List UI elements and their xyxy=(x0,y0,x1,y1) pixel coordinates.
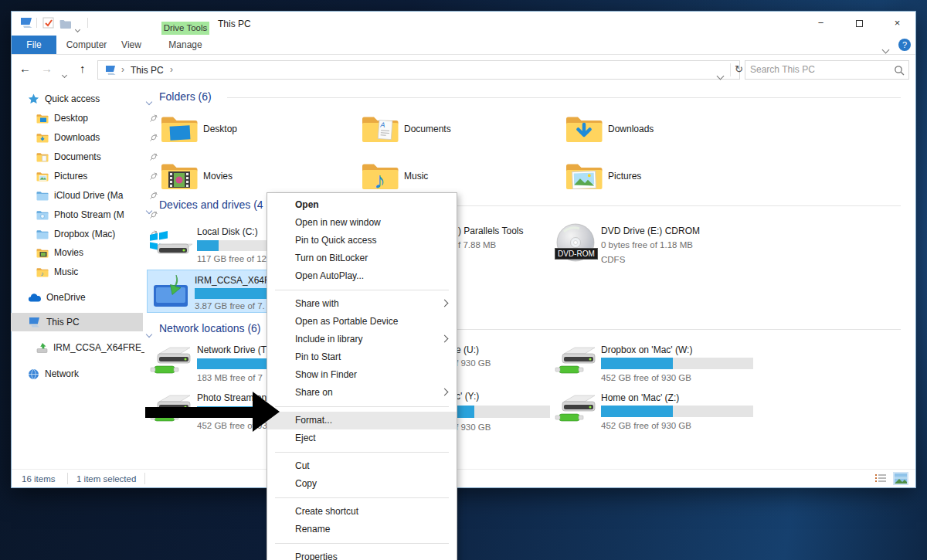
search-icon[interactable] xyxy=(894,65,905,79)
folders-group-chevron-icon[interactable] xyxy=(147,93,151,107)
search-input[interactable] xyxy=(745,61,877,78)
network-u-drive-name-fragment[interactable]: e (U:) xyxy=(456,344,479,355)
network-tile-home-z[interactable]: Home on 'Mac' (Z:) 452 GB free of 930 GB xyxy=(553,389,754,434)
tab-file[interactable]: File xyxy=(12,36,56,54)
menu-item-open-as-portable-device[interactable]: Open as Portable Device xyxy=(267,313,457,331)
network-drive-icon xyxy=(553,343,596,382)
breadcrumb-location[interactable]: This PC xyxy=(131,65,164,76)
menu-item-pin-to-start[interactable]: Pin to Start xyxy=(267,348,457,366)
maximize-button[interactable] xyxy=(842,12,877,34)
menu-item-show-in-finder[interactable]: Show in Finder xyxy=(267,366,457,384)
network-group-chevron-icon[interactable] xyxy=(147,326,151,340)
drive-parallels-name-fragment[interactable]: ) Parallels Tools xyxy=(458,226,523,236)
network-y-drive-name-fragment[interactable]: c' (Y:) xyxy=(456,391,479,402)
ribbon-tab-row: File Computer View Manage ? xyxy=(12,35,915,55)
tab-manage[interactable]: Manage xyxy=(161,36,209,54)
menu-item-include-in-library[interactable]: Include in library xyxy=(267,331,457,348)
sidebar-item-desktop[interactable]: Desktop xyxy=(36,109,88,127)
network-group-header[interactable]: Network locations (6) xyxy=(159,322,261,334)
this-pc-breadcrumb-icon xyxy=(104,65,117,79)
folder-music-icon: ♪ xyxy=(36,267,49,277)
devices-group-header[interactable]: Devices and drives (4 xyxy=(159,199,263,211)
sidebar-item-irm-drive[interactable]: IRM_CCSA_X64FRE_EN xyxy=(36,338,144,357)
properties-qat-icon[interactable] xyxy=(42,17,54,32)
folder-tile-pictures[interactable]: Pictures xyxy=(565,160,735,197)
folder-tile-documents[interactable]: A Documents xyxy=(362,113,531,150)
submenu-arrow-icon xyxy=(441,300,449,307)
svg-text:♪: ♪ xyxy=(374,168,385,191)
back-button[interactable]: ← xyxy=(19,62,31,75)
sidebar-item-music[interactable]: ♪ Music xyxy=(36,263,78,281)
ribbon-expand-chevron-icon[interactable] xyxy=(883,42,888,56)
recent-locations-chevron-icon[interactable] xyxy=(63,66,66,80)
navigation-pane: Quick access Desktop Downloads Documents… xyxy=(11,85,144,471)
sidebar-item-network[interactable]: Network xyxy=(28,365,79,383)
irm-install-drive-icon xyxy=(152,274,191,310)
home-capacity-bar xyxy=(601,406,753,417)
refresh-icon[interactable]: ↻ xyxy=(735,63,743,75)
menu-item-open-autoplay[interactable]: Open AutoPlay... xyxy=(267,267,457,285)
annotation-arrow-pointing-to-format xyxy=(139,386,286,437)
thumbnail-view-toggle-icon[interactable] xyxy=(893,472,908,488)
sidebar-item-downloads[interactable]: Downloads xyxy=(36,128,100,147)
sidebar-item-pictures[interactable]: Pictures xyxy=(36,167,87,185)
address-dropdown-chevron-icon[interactable] xyxy=(718,68,723,82)
menu-item-open[interactable]: Open xyxy=(267,196,457,214)
breadcrumb[interactable]: › This PC › ↻ xyxy=(97,60,740,80)
dropbox-capacity-bar xyxy=(601,358,753,369)
status-separator xyxy=(67,473,68,484)
minimize-button[interactable]: − xyxy=(803,12,838,34)
menu-item-pin-to-quick-access[interactable]: Pin to Quick access xyxy=(267,232,457,249)
new-folder-qat-icon[interactable] xyxy=(59,18,71,32)
search-box[interactable] xyxy=(745,60,909,80)
svg-text:A: A xyxy=(379,121,385,129)
up-button[interactable]: ↑ xyxy=(80,62,86,75)
submenu-arrow-icon xyxy=(441,389,449,396)
this-pc-qat-icon[interactable] xyxy=(19,17,33,32)
drive-tile-dvd[interactable]: DVD-ROM DVD Drive (E:) CDROM 0 bytes fre… xyxy=(553,222,754,270)
menu-separator xyxy=(275,543,449,544)
menu-item-open-in-new-window[interactable]: Open in new window xyxy=(267,214,457,232)
help-icon[interactable]: ? xyxy=(898,39,911,51)
sidebar-item-onedrive[interactable]: OneDrive xyxy=(28,288,86,307)
items-count: 16 items xyxy=(22,474,55,484)
menu-item-format[interactable]: Format... xyxy=(267,412,457,429)
sidebar-item-photo-stream[interactable]: Photo Stream (M xyxy=(36,205,124,224)
folder-pictures-icon xyxy=(36,171,49,182)
tab-computer[interactable]: Computer xyxy=(63,36,110,54)
sidebar-item-icloud-drive[interactable]: iCloud Drive (Ma xyxy=(36,186,123,205)
sidebar-item-documents[interactable]: Documents xyxy=(36,148,101,166)
menu-item-cut[interactable]: Cut xyxy=(267,457,457,475)
desktop-folder-icon xyxy=(161,113,198,144)
menu-item-copy[interactable]: Copy xyxy=(267,475,457,493)
tab-view[interactable]: View xyxy=(114,36,149,54)
menu-item-properties[interactable]: Properties xyxy=(267,548,457,560)
folder-cloud-icon xyxy=(36,191,49,201)
downloads-folder-icon xyxy=(565,113,603,144)
forward-button[interactable]: → xyxy=(41,62,53,75)
folder-tile-downloads[interactable]: Downloads xyxy=(565,113,735,150)
qat-separator xyxy=(36,18,37,28)
sidebar-item-this-pc[interactable]: This PC xyxy=(28,313,80,331)
qat-customize-arrow-icon[interactable] xyxy=(76,21,80,35)
menu-separator xyxy=(275,452,449,453)
menu-item-rename[interactable]: Rename xyxy=(267,521,457,538)
sidebar-item-movies[interactable]: Movies xyxy=(36,243,83,262)
sidebar-item-quick-access[interactable]: Quick access xyxy=(28,90,100,108)
details-view-toggle-icon[interactable] xyxy=(874,473,887,487)
folder-tile-music[interactable]: ♪ Music xyxy=(362,160,531,197)
menu-item-eject[interactable]: Eject xyxy=(267,429,457,447)
menu-item-share-with[interactable]: Share with xyxy=(267,295,457,313)
menu-item-turn-on-bitlocker[interactable]: Turn on BitLocker xyxy=(267,249,457,267)
sidebar-item-dropbox[interactable]: Dropbox (Mac) xyxy=(36,225,115,243)
folder-tile-desktop[interactable]: Desktop xyxy=(161,113,331,150)
status-bar: 16 items 1 item selected xyxy=(12,469,915,487)
menu-item-create-shortcut[interactable]: Create shortcut xyxy=(267,503,457,521)
folders-group-header[interactable]: Folders (6) xyxy=(159,90,212,103)
network-tile-dropbox-w[interactable]: Dropbox on 'Mac' (W:) 452 GB free of 930… xyxy=(553,341,754,386)
devices-group-chevron-icon[interactable] xyxy=(147,202,151,216)
close-button[interactable]: × xyxy=(880,12,915,34)
folder-tile-movies[interactable]: Movies xyxy=(161,160,331,197)
drive-tools-contextual-tab[interactable]: Drive Tools xyxy=(161,22,209,35)
menu-item-share-on[interactable]: Share on xyxy=(267,384,457,402)
